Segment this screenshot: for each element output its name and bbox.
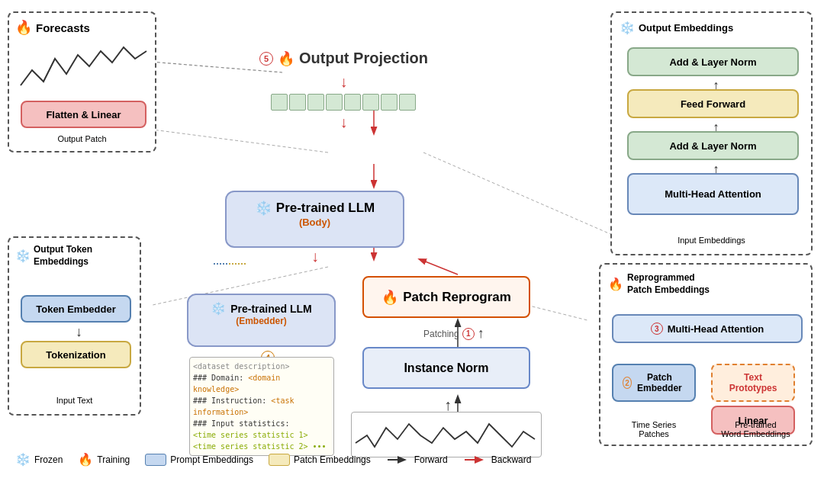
code-line1: <dataset description> [193,361,330,372]
step2-circle: 2 [623,377,632,389]
legend-frozen: ❄️ Frozen [15,452,63,467]
token-embedder-block: Token Embedder [21,295,131,323]
code-line5: <time series statistic 1> [193,429,330,441]
forecasts-box: 🔥 Forecasts Flatten & Linear Output Patc… [8,11,156,152]
patch-embedder-block: 2 Patch Embedder [612,364,696,402]
backward-arrow-icon [463,454,488,466]
reprogrammed-box: 🔥 ReprogrammedPatch Embeddings 3 Multi-H… [599,263,813,446]
multi-head-attention-2-block: 3 Multi-Head Attention [612,314,803,343]
arrow-down-red-3: ↓ [311,248,319,265]
tokenization-block: Tokenization [21,341,131,368]
step5-circle: 5 [259,52,273,66]
multi-head-attention-block: Multi-Head Attention [627,173,799,215]
diagram-container: 🔥 Forecasts Flatten & Linear Output Patc… [0,0,824,473]
svg-line-17 [153,130,328,152]
svg-line-19 [423,152,633,244]
text-prototypes-block: Text Prototypes [711,364,795,402]
body-label: (Body) [227,217,403,228]
code-line2: ### Domain: <domain knowledge> [193,372,330,395]
reprogrammed-header: 🔥 ReprogrammedPatch Embeddings [608,272,710,296]
step3-circle: 3 [651,323,663,335]
forward-arrow-icon [386,454,410,466]
llm-body-block: ❄️ Pre-trained LLM (Body) [225,191,404,248]
forecasts-header: 🔥 Forecasts [15,19,90,36]
output-patch-label: Output Patch [9,134,155,143]
patching-label: Patching 1 ↑ [423,326,484,342]
code-block: <dataset description> ### Domain: <domai… [189,357,334,456]
legend: ❄️ Frozen 🔥 Training Prompt Embeddings P… [15,452,531,467]
waveform-svg [352,413,542,457]
svg-line-7 [420,259,458,274]
time-series-waveform [351,412,542,457]
output-projection-section: 5 🔥 Output Projection ↓ ↓ [259,50,428,131]
add-layer-norm-2-block: Add & Layer Norm [627,131,799,160]
pretrained-word-embeddings-label: Pre-trainedWord Embeddings [712,420,800,438]
llm-embedder-block: ❄️ Pre-trained LLM (Embedder) [187,294,336,347]
code-line4: ### Input statistics: [193,418,330,429]
feed-forward-block: Feed Forward [627,89,799,118]
output-embeddings-header: ❄️ Output Embeddings [620,21,733,35]
legend-forward: Forward [386,454,448,466]
legend-backward: Backward [463,454,532,466]
output-token-box: ❄️ Output TokenEmbeddings Token Embedder… [8,236,141,416]
add-layer-norm-1-block: Add & Layer Norm [627,47,799,76]
input-embeddings-label: Input Embeddings [612,236,811,245]
code-line3: ### Instruction: <task information> [193,395,330,418]
time-series-patches-label: Time SeriesPatches [616,420,692,438]
forecasts-title: Forecasts [36,21,90,34]
flatten-linear-block: Flatten & Linear [21,101,146,128]
forecast-waveform [17,40,150,101]
patch-reprogram-block: 🔥 Patch Reprogram [362,276,530,318]
output-token-header: ❄️ Output TokenEmbeddings [15,244,92,268]
instance-norm-block: Instance Norm [362,347,530,389]
output-projection-title: Output Projection [299,50,428,67]
legend-prompt: Prompt Embeddings [145,454,253,466]
legend-patch: Patch Embeddings [269,454,371,466]
output-patch-grid [271,94,416,111]
code-line6: <time series statistic 2> ••• [193,441,330,452]
legend-training: 🔥 Training [78,452,130,467]
embedder-label: (Embedder) [188,316,334,326]
step1-circle: 1 [462,328,475,340]
mixed-patch-grid [214,263,246,265]
output-embeddings-box: ❄️ Output Embeddings Add & Layer Norm ↑ … [610,11,813,255]
arrow-down-red-2: ↓ [340,114,347,131]
arrow-down-red-1: ↓ [340,73,347,91]
input-text-label: Input Text [9,396,140,405]
